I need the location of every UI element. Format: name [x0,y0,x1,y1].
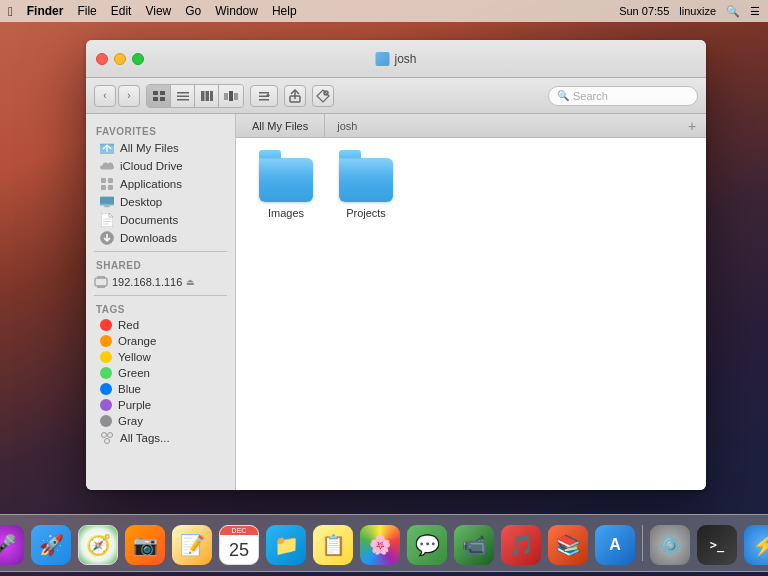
menu-view[interactable]: View [145,4,171,18]
menu-window[interactable]: Window [215,4,258,18]
eject-icon[interactable]: ⏏ [186,277,195,287]
maximize-button[interactable] [132,53,144,65]
sidebar-item-all-my-files[interactable]: All My Files [90,139,231,157]
forward-icon: › [127,90,130,101]
search-box[interactable]: 🔍 Search [548,86,698,106]
dock-calendar[interactable]: DEC 25 [217,523,261,567]
arrange-button[interactable] [250,85,278,107]
svg-rect-1 [160,91,165,95]
window-icon [375,52,389,66]
share-button[interactable] [284,85,306,107]
menubar-list-icon[interactable]: ☰ [750,5,760,18]
appstore-icon: A [595,525,635,565]
sidebar-label: iCloud Drive [120,160,183,172]
menubar-time: Sun 07:55 [619,5,669,17]
forward-button[interactable]: › [118,85,140,107]
sidebar-label: Downloads [120,232,177,244]
minimize-button[interactable] [114,53,126,65]
tab-bar: All My Files josh + [236,114,706,138]
add-tab-button[interactable]: + [684,118,700,134]
sidebar-divider-1 [94,251,227,252]
dock-books[interactable]: 📚 [546,523,590,567]
dock-action[interactable]: ⚡ [742,523,768,567]
menubar-search-icon[interactable]: 🔍 [726,5,740,18]
sidebar-item-network[interactable]: 192.168.1.116 ⏏ [86,273,235,291]
dock-photos[interactable]: 🌸 [358,523,402,567]
messages-icon: 💬 [407,525,447,565]
favorites-header: Favorites [86,122,235,139]
tag-button[interactable] [312,85,334,107]
sidebar-item-icloud[interactable]: iCloud Drive [90,157,231,175]
menu-help[interactable]: Help [272,4,297,18]
sidebar-item-desktop[interactable]: Desktop [90,193,231,211]
apple-menu[interactable]:  [8,4,13,19]
sidebar-item-downloads[interactable]: Downloads [90,229,231,247]
svg-rect-3 [160,97,165,101]
dock-photos-app[interactable]: 📷 [123,523,167,567]
icloud-icon [100,161,114,171]
tags-header: Tags [86,300,235,317]
dock-safari[interactable]: 🧭 [76,523,120,567]
sidebar-item-documents[interactable]: Documents [90,211,231,229]
view-column-button[interactable] [195,85,219,107]
menu-file[interactable]: File [77,4,96,18]
dock-preferences[interactable]: ⚙️ [648,523,692,567]
tag-label: Blue [118,383,141,395]
sidebar-tag-orange[interactable]: Orange [90,333,231,349]
tab-all-my-files[interactable]: All My Files [236,114,325,137]
svg-rect-9 [210,91,213,101]
dock-notes-preview[interactable]: 📝 [170,523,214,567]
sidebar-tag-yellow[interactable]: Yellow [90,349,231,365]
photos-icon: 🌸 [360,525,400,565]
close-button[interactable] [96,53,108,65]
documents-icon [101,213,113,227]
dock-terminal[interactable]: >_ [695,523,739,567]
svg-rect-23 [101,178,106,183]
dock-launchpad[interactable]: 🚀 [29,523,73,567]
back-icon: ‹ [103,90,106,101]
dock-separator [642,525,643,561]
view-icon-button[interactable] [147,85,171,107]
view-coverflow-button[interactable] [219,85,243,107]
dock-appstore[interactable]: A [593,523,637,567]
svg-rect-35 [95,278,107,286]
file-item-projects[interactable]: Projects [331,153,401,225]
notes2-icon: 📋 [313,525,353,565]
tag-label: Green [118,367,150,379]
dock-messages[interactable]: 💬 [405,523,449,567]
view-list-button[interactable] [171,85,195,107]
menu-edit[interactable]: Edit [111,4,132,18]
tag-label: Red [118,319,139,331]
tag-label: Gray [118,415,143,427]
svg-rect-10 [224,93,228,100]
file-grid: Images Projects [236,138,706,490]
sidebar-tag-green[interactable]: Green [90,365,231,381]
file-name: Projects [346,206,386,220]
file-item-images[interactable]: Images [251,153,321,225]
menu-finder[interactable]: Finder [27,4,64,18]
svg-rect-13 [259,92,269,94]
share-icon [289,89,301,103]
sidebar-tag-red[interactable]: Red [90,317,231,333]
sidebar-divider-2 [94,295,227,296]
sidebar-tag-purple[interactable]: Purple [90,397,231,413]
dock-siri[interactable]: 🎤 [0,523,26,567]
dock-files[interactable]: 📁 [264,523,308,567]
tag-label: Yellow [118,351,151,363]
traffic-lights [96,53,144,65]
nav-buttons: ‹ › [94,85,140,107]
menu-go[interactable]: Go [185,4,201,18]
back-button[interactable]: ‹ [94,85,116,107]
sidebar-label: Applications [120,178,182,190]
dock-notes2[interactable]: 📋 [311,523,355,567]
sidebar-tag-gray[interactable]: Gray [90,413,231,429]
sidebar-all-tags[interactable]: All Tags... [90,429,231,447]
sidebar-item-applications[interactable]: Applications [90,175,231,193]
dock-facetime[interactable]: 📹 [452,523,496,567]
tag-dot-gray [100,415,112,427]
dock-music[interactable]: 🎵 [499,523,543,567]
sidebar-tag-blue[interactable]: Blue [90,381,231,397]
finder-window: josh ‹ › [86,40,706,490]
launchpad-icon: 🚀 [31,525,71,565]
terminal-icon: >_ [697,525,737,565]
